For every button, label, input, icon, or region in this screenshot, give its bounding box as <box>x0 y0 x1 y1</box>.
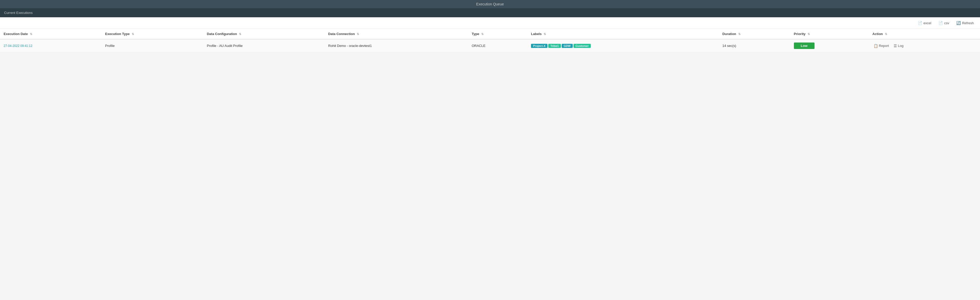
cell-action: 📋Report☰Log <box>869 39 980 52</box>
app-title: Execution Queue <box>476 2 504 6</box>
sort-priority-icon: ⇅ <box>808 32 810 36</box>
excel-icon: 📄 <box>918 21 922 25</box>
label-badge: Customer <box>574 44 591 48</box>
sort-type-icon: ⇅ <box>481 32 484 36</box>
executions-table: Execution Date ⇅ Execution Type ⇅ Data C… <box>0 29 980 52</box>
sort-execution-date-icon: ⇅ <box>30 32 32 36</box>
csv-label: csv <box>944 21 949 25</box>
col-execution-date[interactable]: Execution Date ⇅ <box>0 29 102 39</box>
cell-labels: Project-XTribe1GDWCustomer <box>527 39 719 52</box>
label-badge: Project-X <box>531 44 547 48</box>
cell-data-connection: Rohit Demo - oracle-devtest1 <box>325 39 468 52</box>
sort-data-configuration-icon: ⇅ <box>239 32 241 36</box>
cell-duration: 14 sec(s) <box>719 39 790 52</box>
label-badge: Tribe1 <box>548 44 561 48</box>
sort-action-icon: ⇅ <box>885 32 887 36</box>
report-icon: 📋 <box>873 44 878 48</box>
col-duration[interactable]: Duration ⇅ <box>719 29 790 39</box>
executions-table-container: Execution Date ⇅ Execution Type ⇅ Data C… <box>0 29 980 52</box>
excel-button[interactable]: 📄 excel <box>916 20 933 26</box>
refresh-label: Refresh <box>962 21 974 25</box>
cell-data-configuration: Profile - AU Audit Profile <box>203 39 325 52</box>
sort-data-connection-icon: ⇅ <box>357 32 359 36</box>
cell-priority: Low <box>790 39 869 52</box>
log-btn-label: Log <box>898 44 904 48</box>
col-data-configuration[interactable]: Data Configuration ⇅ <box>203 29 325 39</box>
top-bar: Execution Queue <box>0 0 980 8</box>
sort-duration-icon: ⇅ <box>738 32 741 36</box>
refresh-button[interactable]: 🔄 Refresh <box>954 20 976 26</box>
csv-button[interactable]: 📄 csv <box>936 20 951 26</box>
toolbar: 📄 excel 📄 csv 🔄 Refresh <box>0 17 980 29</box>
log-button[interactable]: ☰Log <box>892 43 905 48</box>
sort-execution-type-icon: ⇅ <box>132 32 134 36</box>
col-type[interactable]: Type ⇅ <box>468 29 527 39</box>
cell-execution-date: 27-04-2022 09:41:12 <box>0 39 102 52</box>
csv-icon: 📄 <box>939 21 943 25</box>
col-execution-type[interactable]: Execution Type ⇅ <box>102 29 204 39</box>
sort-labels-icon: ⇅ <box>544 32 546 36</box>
report-button[interactable]: 📋Report <box>872 43 890 48</box>
excel-label: excel <box>924 21 931 25</box>
log-icon: ☰ <box>894 44 897 48</box>
section-header: Current Executions <box>0 8 980 17</box>
table-header-row: Execution Date ⇅ Execution Type ⇅ Data C… <box>0 29 980 39</box>
col-labels[interactable]: Labels ⇅ <box>527 29 719 39</box>
col-priority[interactable]: Priority ⇅ <box>790 29 869 39</box>
col-action[interactable]: Action ⇅ <box>869 29 980 39</box>
refresh-icon: 🔄 <box>956 21 961 25</box>
label-badge: GDW <box>562 44 573 48</box>
priority-badge: Low <box>794 43 815 49</box>
table-row: 27-04-2022 09:41:12ProfileProfile - AU A… <box>0 39 980 52</box>
col-data-connection[interactable]: Data Connection ⇅ <box>325 29 468 39</box>
section-title: Current Executions <box>4 11 33 15</box>
report-btn-label: Report <box>879 44 889 48</box>
cell-execution-type: Profile <box>102 39 204 52</box>
cell-type: ORACLE <box>468 39 527 52</box>
